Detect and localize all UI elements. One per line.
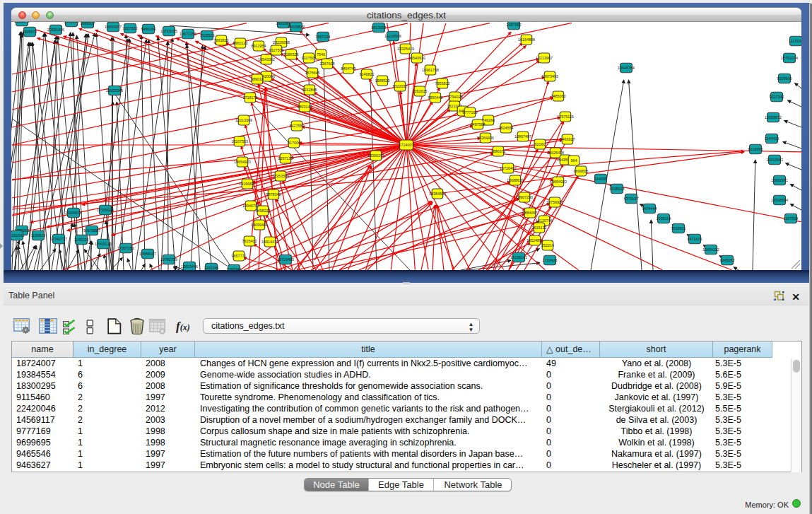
svg-text:16154808: 16154808 — [518, 37, 535, 42]
svg-text:12823446: 12823446 — [181, 264, 198, 269]
svg-text:2367608: 2367608 — [320, 62, 335, 66]
svg-text:1156829: 1156829 — [31, 233, 46, 238]
svg-text:16033809: 16033809 — [288, 25, 305, 29]
svg-text:1244415: 1244415 — [765, 136, 779, 141]
svg-text:10807487: 10807487 — [514, 134, 531, 139]
svg-text:12342737: 12342737 — [50, 237, 67, 241]
svg-text:13716485: 13716485 — [277, 257, 294, 262]
svg-text:8813054: 8813054 — [372, 25, 387, 30]
svg-text:12213369: 12213369 — [235, 118, 252, 122]
svg-text:1065330: 1065330 — [64, 22, 79, 24]
svg-text:3824554: 3824554 — [499, 126, 514, 130]
svg-text:8471676: 8471676 — [688, 237, 702, 241]
svg-text:17957253: 17957253 — [117, 246, 134, 250]
svg-text:8267130: 8267130 — [278, 156, 293, 160]
svg-text:1362615: 1362615 — [413, 89, 428, 93]
svg-text:9884067: 9884067 — [523, 211, 538, 215]
svg-text:252214: 252214 — [541, 243, 554, 247]
svg-text:2718170: 2718170 — [243, 95, 258, 100]
svg-text:14120746: 14120746 — [536, 218, 553, 223]
svg-text:1145194: 1145194 — [74, 238, 89, 242]
svg-text:7955812: 7955812 — [435, 81, 450, 86]
svg-text:9146821: 9146821 — [360, 72, 375, 76]
svg-text:1588520: 1588520 — [375, 78, 390, 83]
svg-text:8938918: 8938918 — [610, 187, 625, 191]
svg-text:964: 964 — [571, 158, 577, 163]
svg-text:12975115: 12975115 — [557, 115, 574, 119]
svg-text:6497568: 6497568 — [471, 122, 486, 127]
svg-text:13524851: 13524851 — [526, 238, 543, 243]
svg-text:19218506: 19218506 — [384, 34, 401, 38]
svg-text:10046788: 10046788 — [242, 204, 259, 208]
svg-text:13325419: 13325419 — [397, 47, 414, 51]
svg-text:1117534: 1117534 — [789, 39, 801, 43]
svg-text:9329906: 9329906 — [777, 76, 792, 81]
svg-text:1391541: 1391541 — [11, 233, 25, 238]
svg-text:8660123: 8660123 — [233, 41, 248, 45]
svg-text:7625402: 7625402 — [242, 239, 257, 243]
svg-text:15692971: 15692971 — [771, 178, 788, 182]
svg-text:7485063: 7485063 — [551, 94, 566, 98]
svg-text:16914479: 16914479 — [261, 240, 278, 244]
svg-text:2803144: 2803144 — [298, 105, 312, 109]
svg-text:2105571: 2105571 — [15, 22, 30, 23]
svg-text:12505135: 12505135 — [95, 242, 112, 246]
svg-text:16540910: 16540910 — [408, 56, 425, 60]
svg-text:1065327: 1065327 — [81, 22, 95, 25]
svg-text:9327506: 9327506 — [269, 48, 284, 52]
svg-text:8186328: 8186328 — [284, 52, 299, 57]
svg-text:20691406: 20691406 — [47, 28, 64, 32]
svg-text:19654923: 19654923 — [550, 180, 567, 184]
svg-text:989018: 989018 — [251, 77, 264, 81]
svg-text:9463627: 9463627 — [560, 137, 575, 141]
svg-text:7663822: 7663822 — [214, 38, 229, 42]
svg-text:7632621: 7632621 — [671, 226, 686, 230]
svg-text:164095: 164095 — [594, 177, 607, 181]
svg-text:6466160: 6466160 — [141, 27, 156, 31]
svg-text:10653267: 10653267 — [105, 25, 122, 29]
svg-text:9227342: 9227342 — [770, 95, 784, 99]
svg-text:3675645: 3675645 — [305, 71, 320, 75]
svg-text:12353594: 12353594 — [272, 174, 289, 178]
svg-text:6794028: 6794028 — [448, 95, 463, 99]
svg-text:20206578: 20206578 — [65, 211, 82, 215]
svg-text:12213967: 12213967 — [536, 56, 553, 60]
svg-text:10654112: 10654112 — [702, 247, 719, 252]
svg-text:9699695: 9699695 — [574, 169, 589, 173]
svg-text:10671355: 10671355 — [180, 32, 196, 36]
svg-text:14099481: 14099481 — [251, 223, 268, 227]
svg-text:7857224: 7857224 — [316, 35, 331, 39]
svg-text:12093872: 12093872 — [765, 115, 782, 119]
svg-text:16961758: 16961758 — [422, 68, 439, 72]
svg-text:1327602: 1327602 — [123, 26, 138, 30]
svg-text:6379197: 6379197 — [624, 197, 639, 201]
svg-text:10973493: 10973493 — [541, 74, 558, 78]
svg-text:10025438: 10025438 — [547, 151, 564, 155]
svg-text:10782759: 10782759 — [160, 257, 177, 262]
svg-text:18300295: 18300295 — [367, 153, 384, 158]
svg-text:9657771: 9657771 — [232, 254, 247, 258]
svg-text:17359924: 17359924 — [97, 208, 114, 212]
svg-text:9474444: 9474444 — [642, 206, 657, 211]
svg-text:8454749: 8454749 — [341, 66, 356, 71]
svg-text:9327505: 9327505 — [302, 56, 317, 60]
svg-text:15720407: 15720407 — [500, 166, 517, 170]
svg-text:10756928: 10756928 — [546, 200, 563, 204]
svg-text:1167534: 1167534 — [784, 216, 799, 221]
svg-text:10107553: 10107553 — [231, 139, 248, 144]
svg-text:8322037: 8322037 — [393, 84, 408, 88]
svg-text:10958107: 10958107 — [139, 252, 156, 256]
svg-text:1733426: 1733426 — [543, 258, 558, 262]
svg-text:10648784: 10648784 — [618, 66, 635, 70]
svg-text:23226058: 23226058 — [273, 40, 290, 45]
svg-text:1905572: 1905572 — [23, 30, 37, 34]
svg-text:9878342: 9878342 — [266, 192, 281, 197]
svg-text:2087682: 2087682 — [507, 23, 522, 27]
svg-text:10688639: 10688639 — [507, 178, 524, 182]
svg-text:14136141: 14136141 — [510, 255, 527, 259]
svg-text:7546: 7546 — [317, 52, 325, 57]
svg-text:19166827: 19166827 — [239, 182, 256, 186]
svg-text:1615132: 1615132 — [532, 226, 547, 230]
svg-text:8427552: 8427552 — [290, 124, 305, 128]
svg-text:62160: 62160 — [535, 142, 546, 146]
